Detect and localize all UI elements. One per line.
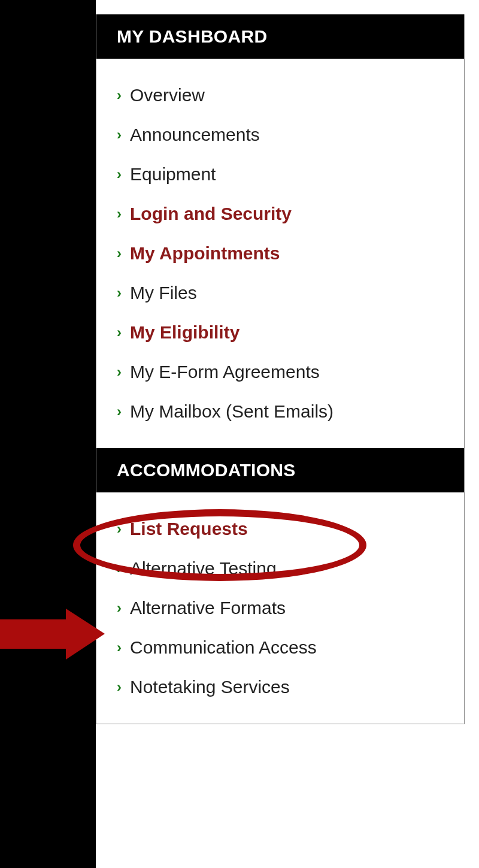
- sidebar-item-label: Equipment: [130, 164, 216, 185]
- chevron-right-icon: ›: [117, 521, 122, 537]
- chevron-right-icon: ›: [117, 285, 122, 301]
- left-black-panel: [0, 0, 96, 868]
- sidebar-item-my-mailbox[interactable]: › My Mailbox (Sent Emails): [117, 392, 452, 431]
- sidebar-item-eform-agreements[interactable]: › My E-Form Agreements: [117, 352, 452, 392]
- chevron-right-icon: ›: [117, 324, 122, 341]
- sidebar-item-equipment[interactable]: › Equipment: [117, 155, 452, 194]
- sidebar-item-label: My Mailbox (Sent Emails): [130, 401, 334, 422]
- sidebar-item-label: My Files: [130, 283, 197, 303]
- section-header-dashboard: MY DASHBOARD: [96, 14, 464, 59]
- chevron-right-icon: ›: [117, 679, 122, 695]
- sidebar-item-label: List Requests: [130, 519, 248, 539]
- chevron-right-icon: ›: [117, 205, 122, 222]
- sidebar-item-label: Alternative Formats: [130, 598, 286, 618]
- sidebar-item-my-eligibility[interactable]: › My Eligibility: [117, 313, 452, 352]
- sidebar-item-label: My E-Form Agreements: [130, 362, 320, 382]
- sidebar-item-announcements[interactable]: › Announcements: [117, 115, 452, 155]
- sidebar-item-label: My Eligibility: [130, 322, 240, 343]
- section-header-accommodations: ACCOMMODATIONS: [96, 448, 464, 492]
- sidebar-item-login-security[interactable]: › Login and Security: [117, 194, 452, 234]
- chevron-right-icon: ›: [117, 600, 122, 616]
- chevron-right-icon: ›: [117, 126, 122, 143]
- nav-list-accommodations: › List Requests › Alternative Testing › …: [96, 492, 464, 724]
- chevron-right-icon: ›: [117, 166, 122, 183]
- sidebar-item-label: Alternative Testing: [130, 558, 277, 579]
- sidebar-item-overview[interactable]: › Overview: [117, 75, 452, 115]
- sidebar-item-label: Communication Access: [130, 637, 317, 658]
- chevron-right-icon: ›: [117, 87, 122, 104]
- sidebar-navigation: MY DASHBOARD › Overview › Announcements …: [96, 14, 465, 724]
- sidebar-item-my-files[interactable]: › My Files: [117, 273, 452, 313]
- chevron-right-icon: ›: [117, 245, 122, 262]
- chevron-right-icon: ›: [117, 560, 122, 577]
- sidebar-item-alternative-formats[interactable]: › Alternative Formats: [117, 588, 452, 628]
- nav-list-dashboard: › Overview › Announcements › Equipment ›…: [96, 59, 464, 448]
- sidebar-item-list-requests[interactable]: › List Requests: [117, 509, 452, 549]
- sidebar-item-label: Announcements: [130, 125, 260, 145]
- sidebar-item-label: Notetaking Services: [130, 677, 290, 697]
- sidebar-item-notetaking-services[interactable]: › Notetaking Services: [117, 667, 452, 707]
- chevron-right-icon: ›: [117, 403, 122, 420]
- sidebar-item-alternative-testing[interactable]: › Alternative Testing: [117, 549, 452, 588]
- chevron-right-icon: ›: [117, 639, 122, 656]
- sidebar-item-my-appointments[interactable]: › My Appointments: [117, 234, 452, 273]
- sidebar-item-label: Login and Security: [130, 204, 292, 224]
- sidebar-item-label: My Appointments: [130, 243, 280, 264]
- sidebar-item-communication-access[interactable]: › Communication Access: [117, 628, 452, 667]
- chevron-right-icon: ›: [117, 364, 122, 380]
- sidebar-item-label: Overview: [130, 85, 205, 105]
